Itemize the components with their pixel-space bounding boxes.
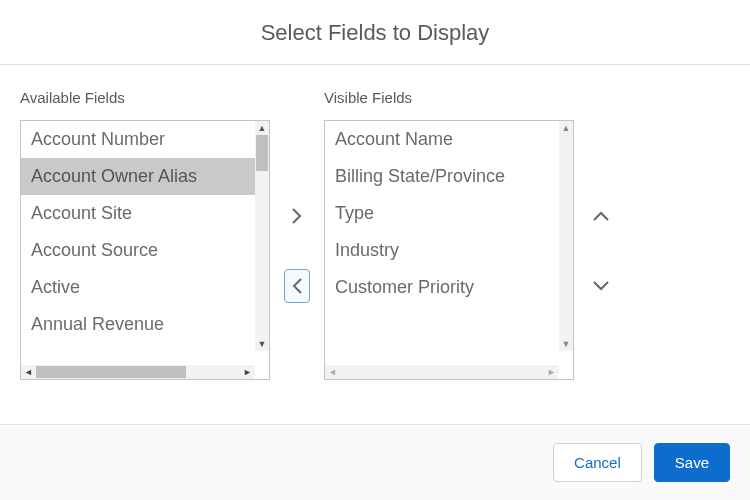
move-left-button[interactable] bbox=[284, 269, 310, 303]
cancel-button[interactable]: Cancel bbox=[553, 443, 642, 482]
chevron-down-icon bbox=[593, 281, 609, 291]
save-button[interactable]: Save bbox=[654, 443, 730, 482]
scroll-up-arrow-icon[interactable]: ▲ bbox=[258, 121, 267, 135]
chevron-up-icon bbox=[593, 211, 609, 221]
list-item[interactable]: Billing State/Province bbox=[325, 158, 559, 195]
scroll-down-arrow-icon[interactable]: ▼ bbox=[258, 337, 267, 351]
transfer-buttons bbox=[270, 199, 324, 303]
page-title: Select Fields to Display bbox=[0, 0, 750, 64]
list-item[interactable]: Account Owner Alias bbox=[21, 158, 255, 195]
list-item[interactable]: Industry bbox=[325, 232, 559, 269]
scroll-left-arrow-icon[interactable]: ◄ bbox=[21, 367, 36, 377]
scroll-right-arrow-icon[interactable]: ► bbox=[240, 367, 255, 377]
list-item[interactable]: Account Name bbox=[325, 121, 559, 158]
list-item[interactable]: Type bbox=[325, 195, 559, 232]
list-item[interactable]: Account Source bbox=[21, 232, 255, 269]
scroll-down-arrow-icon[interactable]: ▼ bbox=[562, 337, 571, 351]
list-item[interactable]: Account Site bbox=[21, 195, 255, 232]
list-item[interactable]: Customer Priority bbox=[325, 269, 559, 306]
scroll-thumb[interactable] bbox=[256, 135, 268, 171]
move-down-button[interactable] bbox=[588, 269, 614, 303]
reorder-buttons bbox=[574, 199, 614, 303]
visible-fields-column: Visible Fields Account Name Billing Stat… bbox=[324, 89, 574, 380]
visible-vertical-scrollbar[interactable]: ▲ ▼ bbox=[559, 121, 573, 351]
field-picker-content: Available Fields Account Number Account … bbox=[0, 65, 750, 400]
available-fields-listbox[interactable]: Account Number Account Owner Alias Accou… bbox=[20, 120, 270, 380]
move-up-button[interactable] bbox=[588, 199, 614, 233]
scroll-thumb[interactable] bbox=[36, 366, 186, 378]
list-item[interactable]: Active bbox=[21, 269, 255, 306]
available-fields-label: Available Fields bbox=[20, 89, 270, 106]
available-vertical-scrollbar[interactable]: ▲ ▼ bbox=[255, 121, 269, 351]
visible-fields-items: Account Name Billing State/Province Type… bbox=[325, 121, 573, 365]
scroll-up-arrow-icon[interactable]: ▲ bbox=[562, 121, 571, 135]
chevron-right-icon bbox=[292, 208, 302, 224]
chevron-left-icon bbox=[292, 278, 302, 294]
list-item[interactable]: Account Number bbox=[21, 121, 255, 158]
list-item[interactable]: Annual Revenue bbox=[21, 306, 255, 343]
visible-fields-listbox[interactable]: Account Name Billing State/Province Type… bbox=[324, 120, 574, 380]
visible-fields-label: Visible Fields bbox=[324, 89, 574, 106]
scroll-left-arrow-icon[interactable]: ◄ bbox=[325, 367, 340, 377]
scroll-right-arrow-icon[interactable]: ► bbox=[544, 367, 559, 377]
available-fields-column: Available Fields Account Number Account … bbox=[20, 89, 270, 380]
visible-horizontal-scrollbar[interactable]: ◄ ► bbox=[325, 365, 573, 379]
available-horizontal-scrollbar[interactable]: ◄ ► bbox=[21, 365, 269, 379]
dialog-footer: Cancel Save bbox=[0, 424, 750, 500]
move-right-button[interactable] bbox=[284, 199, 310, 233]
available-fields-items: Account Number Account Owner Alias Accou… bbox=[21, 121, 269, 365]
